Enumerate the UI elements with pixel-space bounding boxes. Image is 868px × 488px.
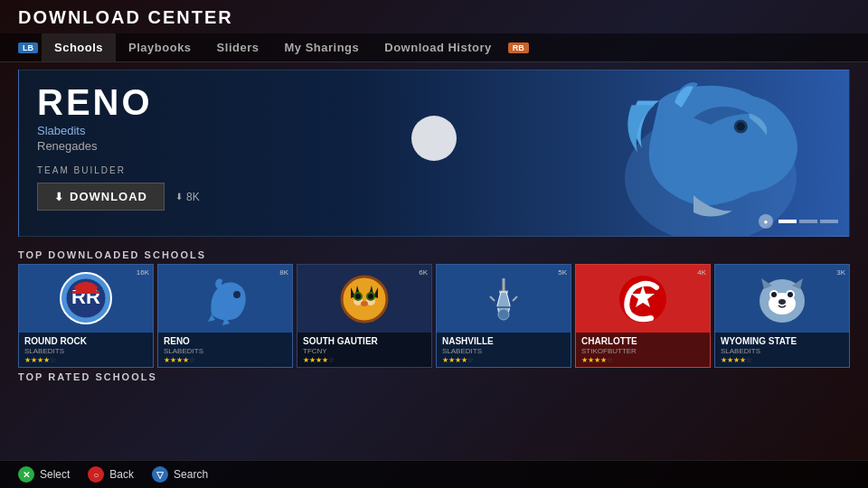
card-info-4: NASHVILLE SLABEDITS ★★★★☆: [437, 333, 571, 367]
card-logo-south-gautier: 6K: [297, 265, 431, 333]
card-logo-nashville: 5K: [437, 265, 571, 333]
featured-team-name: RENO: [37, 84, 200, 120]
featured-logo: [487, 70, 822, 237]
school-card-reno[interactable]: 8K RENO SLABEDITS ★★★★☆: [157, 264, 293, 368]
featured-nickname: Renegades: [37, 139, 200, 153]
page-title: DOWNLOAD CENTER: [18, 7, 850, 28]
card-count-1: 16K: [137, 268, 149, 277]
school-card-charlotte[interactable]: 4K CHARLOTTE STIKOFBUTTER ★★★★☆: [575, 264, 711, 368]
search-label: Search: [174, 468, 208, 481]
featured-info: RENO Slabedits Renegades TEAM BUILDER DO…: [37, 84, 200, 211]
school-card-nashville[interactable]: 5K NASHVILLE SLABEDITS ★★★★☆: [436, 264, 571, 368]
card-logo-reno: 8K: [158, 265, 292, 333]
card-author-3: TFCNY: [303, 347, 426, 355]
card-author-4: SLABEDITS: [442, 347, 565, 355]
svg-point-7: [233, 291, 241, 298]
card-count-6: 3K: [836, 268, 845, 277]
right-bumper-badge: RB: [508, 42, 529, 53]
svg-point-18: [498, 309, 509, 320]
nav-item-mysharings[interactable]: My Sharings: [271, 33, 372, 61]
nav-item-sliders[interactable]: Sliders: [204, 33, 272, 61]
card-name-6: WYOMING STATE: [721, 336, 844, 347]
top-downloaded-label: TOP DOWNLOADED SCHOOLS: [0, 244, 868, 264]
card-logo-wyoming-state: 3K: [715, 265, 849, 333]
card-name-4: NASHVILLE: [442, 336, 565, 347]
featured-actions: DOWNLOAD 8K: [37, 183, 200, 211]
svg-line-19: [490, 296, 495, 301]
svg-point-28: [788, 292, 793, 297]
svg-point-14: [355, 294, 361, 299]
pager-icon: ●: [759, 214, 773, 229]
featured-card: RENO Slabedits Renegades TEAM BUILDER DO…: [18, 70, 850, 237]
download-count: 8K: [175, 191, 200, 203]
card-logo-charlotte: 4K: [576, 265, 710, 333]
card-stars-4: ★★★★☆: [442, 356, 565, 364]
nav-bar: LB Schools Playbooks Sliders My Sharings…: [0, 33, 868, 62]
card-author-1: SLABEDITS: [24, 347, 147, 355]
card-name-5: CHARLOTTE: [581, 336, 704, 347]
left-bumper-badge: LB: [18, 42, 38, 53]
card-author-5: STIKOFBUTTER: [581, 347, 704, 355]
card-author-2: SLABEDITS: [164, 347, 287, 355]
card-info-3: SOUTH GAUTIER TFCNY ★★★★☆: [297, 333, 431, 367]
card-name-3: SOUTH GAUTIER: [303, 336, 426, 347]
pager-dot-1: [778, 220, 797, 223]
select-label: Select: [40, 468, 70, 481]
pager-dots: [778, 220, 838, 223]
svg-line-20: [513, 296, 517, 301]
school-card-south-gautier[interactable]: 6K: [297, 264, 432, 368]
card-info-5: CHARLOTTE STIKOFBUTTER ★★★★☆: [576, 333, 710, 367]
header: DOWNLOAD CENTER: [0, 0, 868, 33]
search-icon: ▽: [152, 466, 168, 483]
nav-item-downloadhistory[interactable]: Download History: [372, 33, 505, 61]
card-name-1: ROUND ROCK: [24, 336, 147, 347]
pager-dot-3: [820, 220, 838, 223]
featured-avatar-circle: [411, 116, 457, 161]
school-card-round-rock[interactable]: 16K RR ROUND ROCK SLABEDITS ★★★★☆: [18, 264, 154, 368]
svg-point-9: [346, 281, 382, 317]
svg-point-29: [778, 299, 786, 305]
card-stars-1: ★★★★☆: [24, 356, 147, 364]
svg-rect-6: [72, 291, 99, 294]
select-button[interactable]: ✕ Select: [18, 466, 70, 483]
download-button[interactable]: DOWNLOAD: [37, 183, 165, 211]
card-count-4: 5K: [558, 268, 567, 277]
featured-category: TEAM BUILDER: [37, 165, 200, 175]
bottom-nav: ✕ Select ○ Back ▽ Search: [0, 460, 868, 488]
card-name-2: RENO: [164, 336, 287, 347]
card-info-1: ROUND ROCK SLABEDITS ★★★★☆: [19, 333, 153, 367]
card-stars-6: ★★★★☆: [721, 356, 844, 364]
card-count-2: 8K: [279, 268, 288, 277]
card-logo-round-rock: 16K RR: [19, 265, 153, 333]
card-count-5: 4K: [697, 268, 706, 277]
svg-point-27: [771, 292, 777, 297]
school-cards-row: 16K RR ROUND ROCK SLABEDITS ★★★★☆ 8K: [0, 264, 868, 368]
top-rated-label: TOP RATED SCHOOLS: [0, 368, 868, 384]
svg-point-2: [737, 122, 746, 131]
pager-dot-2: [799, 220, 817, 223]
card-stars-3: ★★★★☆: [303, 356, 426, 364]
featured-author: Slabedits: [37, 124, 200, 137]
featured-pager: ●: [759, 214, 838, 229]
card-info-2: RENO SLABEDITS ★★★★☆: [158, 333, 292, 367]
school-card-wyoming-state[interactable]: 3K: [714, 264, 850, 368]
back-icon: ○: [88, 466, 104, 483]
card-stars-2: ★★★★☆: [164, 356, 287, 364]
nav-item-schools[interactable]: Schools: [42, 33, 116, 61]
card-stars-5: ★★★★☆: [581, 356, 704, 364]
select-icon: ✕: [18, 466, 34, 483]
back-button[interactable]: ○ Back: [88, 466, 134, 483]
back-label: Back: [109, 468, 134, 481]
search-button[interactable]: ▽ Search: [152, 466, 208, 483]
nav-item-playbooks[interactable]: Playbooks: [116, 33, 204, 61]
svg-point-16: [361, 301, 368, 306]
card-info-6: WYOMING STATE SLABEDITS ★★★★☆: [715, 333, 849, 367]
card-count-3: 6K: [419, 268, 428, 277]
svg-point-15: [368, 294, 373, 299]
card-author-6: SLABEDITS: [721, 347, 844, 355]
